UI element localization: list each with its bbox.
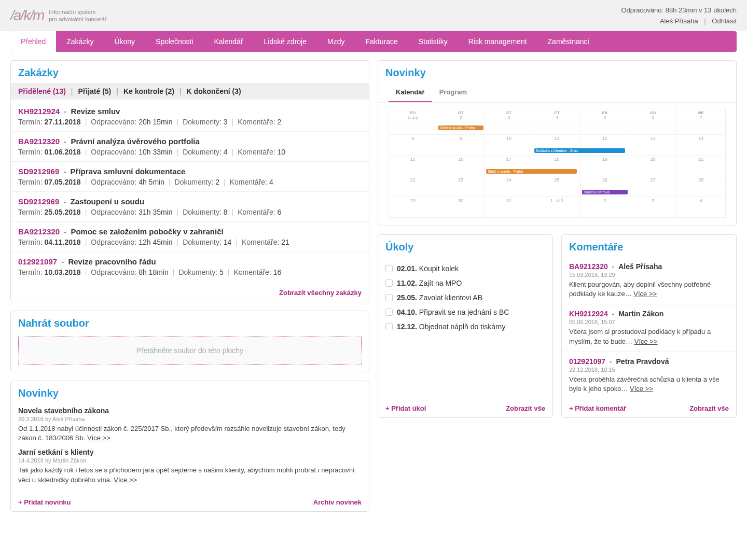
calendar-cell[interactable]: 3 [629,197,677,218]
nav-tab-fakturace[interactable]: Fakturace [355,31,408,52]
calendar-cell[interactable]: 17Stání u soudu - Praha [485,156,533,176]
news-title[interactable]: Jarní setkání s klienty [18,448,362,456]
show-all-cases-link[interactable]: Zobrazit všechny zakázky [279,289,362,297]
comment-item[interactable]: 012921097 - Petra Pravdová22.12.2018, 10… [562,352,736,399]
calendar-cell[interactable]: 29 [389,197,437,218]
nav-tab-kalendář[interactable]: Kalendář [203,31,253,52]
task-item[interactable]: 25.05. Zavolat klientovi AB [385,290,545,305]
case-code[interactable]: BA9212320 [18,227,60,236]
calendar-cell[interactable]: 10 [485,135,533,156]
calendar-cell[interactable] [533,122,582,135]
file-dropzone[interactable]: Přetáhněte soubor do této plochy [18,337,362,365]
case-code[interactable]: 012921097 [18,257,57,266]
tab-program[interactable]: Program [432,83,474,102]
task-item[interactable]: 11.02. Zajít na MPO [385,276,545,290]
nav-tab-risk-management[interactable]: Risk management [458,31,537,52]
comment-code[interactable]: 012921097 [569,357,605,366]
add-news-link[interactable]: + Přidat novinku [18,498,71,506]
calendar-cell[interactable]: 23 [437,176,486,197]
task-item[interactable]: 02.01. Koupit kolek [385,261,545,276]
nav-tab-statistiky[interactable]: Statistiky [408,31,458,52]
case-item[interactable]: BA9212320 - Pomoc se založením pobočky v… [11,222,369,252]
comment-code[interactable]: BA9212320 [569,262,608,271]
case-code[interactable]: BA9212320 [18,137,60,146]
task-checkbox[interactable] [385,323,393,330]
task-checkbox[interactable] [385,294,393,301]
calendar-cell[interactable] [581,122,629,135]
calendar-cell[interactable]: 8 [389,135,437,156]
case-code[interactable]: SD9212969 [18,197,59,206]
comment-more-link[interactable]: Více >> [633,290,657,298]
nav-tab-zakázky[interactable]: Zakázky [56,31,104,52]
comment-item[interactable]: BA9212320 - Aleš Přísaha15.03.2018, 13:2… [562,257,736,304]
calendar-cell[interactable]: 2 [581,197,629,218]
case-item[interactable]: KH9212924 - Revize smluvTermín: 27.11.20… [11,102,369,132]
add-task-link[interactable]: + Přidat úkol [385,404,426,412]
calendar-cell[interactable]: 14 [677,135,725,156]
comment-more-link[interactable]: Více >> [634,338,658,345]
calendar-cell[interactable]: 24 [485,176,533,197]
calendar-cell[interactable]: 30 [437,197,486,218]
calendar-cell[interactable]: 20 [629,156,677,176]
calendar-event[interactable]: Školení Ostrava [582,190,628,194]
calendar-event[interactable]: Schůzka s klientem - Brno [534,148,625,153]
news-archive-link[interactable]: Archiv novinek [313,498,362,506]
calendar-event[interactable]: Stání u soudu - Praha [486,169,577,174]
task-item[interactable]: 04.10. Připravit se na jednání s BC [385,305,545,319]
nav-tab-přehled[interactable]: Přehled [10,31,56,52]
case-item[interactable]: SD9212969 - Zastoupení u souduTermín: 25… [11,192,369,222]
task-checkbox[interactable] [385,309,393,316]
case-code[interactable]: SD9212969 [18,167,59,176]
logout-link[interactable]: Odhlásit [712,17,737,25]
calendar-cell[interactable]: 16 [437,156,486,176]
nav-tab-zaměstnanci[interactable]: Zaměstnanci [537,31,600,52]
case-item[interactable]: 012921097 - Revize pracovního řáduTermín… [11,252,369,282]
nav-tab-úkony[interactable]: Úkony [104,31,145,52]
user-name[interactable]: Aleš Přísaha [660,17,698,25]
zakazky-tab[interactable]: K dokončení (3) [187,87,241,95]
show-all-comments-link[interactable]: Zobrazit vše [689,404,729,412]
calendar-cell[interactable]: 11Schůzka s klientem - Brno [533,135,582,156]
show-all-tasks-link[interactable]: Zobrazit vše [506,404,545,412]
news-more-link[interactable]: Více >> [114,476,137,484]
calendar-cell[interactable]: 13 [629,135,677,156]
calendar-cell[interactable]: 27 [629,176,677,197]
calendar-cell[interactable] [629,122,677,135]
news-title[interactable]: Novela stavebního zákona [18,407,362,415]
add-comment-link[interactable]: + Přidat komentář [569,404,626,412]
calendar-cell[interactable]: 15 [389,156,437,176]
comment-code[interactable]: KH9212924 [569,310,608,318]
task-checkbox[interactable] [385,279,393,287]
calendar-cell[interactable]: 25 [533,176,582,197]
calendar-cell[interactable]: Stání u soudu - Praha [437,122,486,135]
task-checkbox[interactable] [385,265,393,272]
tab-kalendar[interactable]: Kalendář [389,83,432,102]
comment-item[interactable]: KH9212924 - Martin Zákon05.06.2018, 15:0… [562,304,736,352]
calendar-cell[interactable]: 1. září [533,197,582,218]
calendar-cell[interactable] [677,122,725,135]
comment-more-link[interactable]: Více >> [630,385,653,393]
calendar-cell[interactable]: 28 [677,176,725,197]
calendar-cell[interactable]: 4 [677,197,725,218]
nav-tab-mzdy[interactable]: Mzdy [317,31,355,52]
calendar-cell[interactable]: 22 [389,176,437,197]
calendar-cell[interactable]: 9 [437,135,486,156]
calendar-cell[interactable]: 21 [677,156,725,176]
calendar-cell[interactable]: 19 [581,156,629,176]
case-code[interactable]: KH9212924 [18,107,60,116]
zakazky-tab[interactable]: Ke kontrole (2) [123,87,174,95]
task-text: Zavolat klientovi AB [419,293,482,302]
calendar-event[interactable]: Stání u soudu - Praha [438,125,484,130]
news-more-link[interactable]: Více >> [87,434,110,442]
calendar-cell[interactable]: 26Školení Ostrava [581,176,629,197]
case-item[interactable]: SD9212969 - Příprava smluvní dokumentace… [11,162,369,192]
zakazky-tab[interactable]: Přijaté (5) [78,87,111,95]
nav-tab-lidské-zdroje[interactable]: Lidské zdroje [254,31,317,52]
case-item[interactable]: BA9212320 - Právní analýza úvěrového por… [11,132,369,162]
task-item[interactable]: 12.12. Objednat náplň do tiskárny [385,319,545,334]
zakazky-tab[interactable]: Přidělené (13) [18,87,66,95]
calendar-cell[interactable]: 31 [485,197,533,218]
calendar-cell[interactable] [389,122,437,135]
nav-tab-společnosti[interactable]: Společnosti [145,31,203,52]
calendar-cell[interactable] [485,122,533,135]
